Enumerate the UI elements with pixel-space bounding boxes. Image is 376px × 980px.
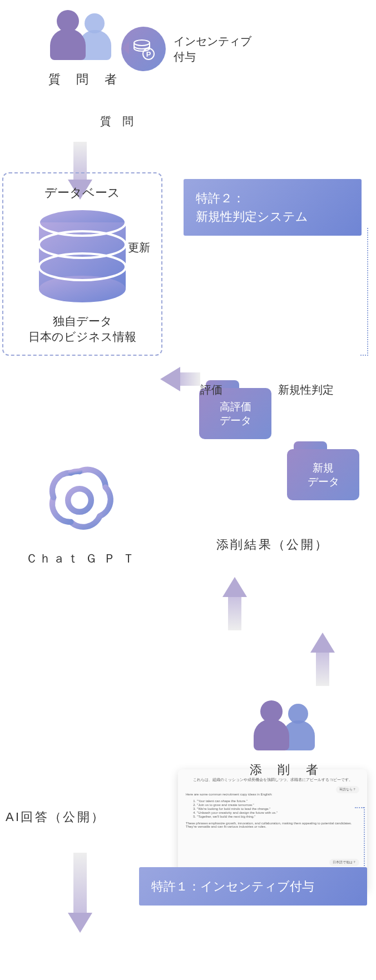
arrow-update-label: 更新 [128,240,150,255]
database-box: データベース 独自データ 日本のビジネス情報 [2,172,162,356]
arrow-novelty-label: 新規性判定 [278,382,334,397]
mock-pill2: 日本語で他は？ [329,859,359,866]
review-result-label: 添削結果（公開） [184,536,362,553]
reviewer-icon [254,700,315,750]
incentive-bubble-icon: P [121,27,166,71]
chatgpt-icon [43,464,116,536]
arrow-update [160,367,200,391]
svg-text:P: P [146,50,151,58]
chatgpt-label: Ｃｈａｔ Ｇ Ｐ Ｔ [22,550,139,567]
reviewer-label: 添 削 者 [240,762,329,778]
mock-intro: Here are some common recruitment copy id… [186,793,359,796]
questioner-label: 質 問 者 [39,71,128,88]
arrow-novelty [310,630,335,686]
arrow-question-label: 質 問 [100,114,133,129]
dotted-connector [367,228,368,356]
folder-new: 新規 データ [287,441,359,503]
folder-new-label: 新規 データ [308,455,339,489]
database-icon [35,207,130,307]
svg-point-0 [134,40,150,46]
database-subtitle2: 日本のビジネス情報 [10,329,155,345]
mock-list: "Your talent can shape the future." "Joi… [197,799,359,818]
dotted-connector2-top [355,807,364,808]
patent1-box: 特許１：インセンティブ付与 [139,867,367,906]
svg-point-9 [68,489,91,512]
database-title: データベース [10,185,155,201]
dotted-connector2 [364,807,365,868]
mock-footer: These phrases emphasize growth, innovati… [186,822,359,828]
database-subtitle1: 独自データ [10,314,155,329]
folder-high-label: 高評価 データ [220,394,251,427]
ai-answer-label: AI回答（公開） [6,809,172,825]
arrow-db-gpt [68,853,92,936]
mock-pill1: 英語なら？ [336,786,359,793]
incentive-text: インセンティブ 付与 [174,33,251,64]
arrow-eval [222,575,247,630]
questioner-icon [50,10,111,60]
patent2-box: 特許２： 新規性判定システム [184,179,362,236]
dotted-connector-end [360,355,368,356]
